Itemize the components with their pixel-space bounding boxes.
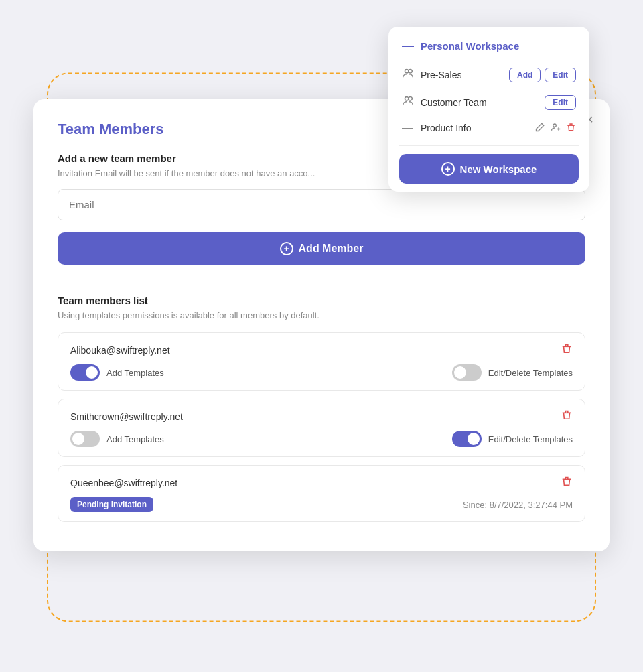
pre-sales-actions: Add Edit (509, 68, 576, 82)
since-text-2: Since: 8/7/2022, 3:27:44 PM (463, 500, 573, 510)
list-title: Team members list (58, 295, 585, 306)
workspace-item-pre-sales: Pre-Sales Add Edit (388, 61, 589, 88)
member-email-0: Alibouka@swiftreply.net (70, 345, 170, 356)
add-member-button[interactable]: + Add Member (58, 232, 585, 265)
add-templates-group-0: Add Templates (70, 364, 164, 381)
team-icon-customer-team (402, 94, 414, 110)
member-delete-button-2[interactable] (561, 475, 573, 490)
add-templates-toggle-0[interactable] (70, 364, 100, 381)
member-pending-row-2: Pending Invitation Since: 8/7/2022, 3:27… (70, 497, 573, 512)
product-info-icons (535, 122, 576, 134)
edit-delete-templates-label-0: Edit/Delete Templates (488, 368, 573, 378)
svg-point-1 (409, 70, 412, 73)
member-top-0: Alibouka@swiftreply.net (70, 342, 573, 358)
edit-delete-templates-label-1: Edit/Delete Templates (488, 434, 573, 444)
pending-badge-2: Pending Invitation (70, 497, 153, 512)
new-workspace-plus-icon: + (441, 162, 455, 176)
pre-sales-add-button[interactable]: Add (509, 68, 541, 82)
workspace-item-label-pre-sales: Pre-Sales (421, 70, 502, 80)
workspace-item-label-product-info: Product Info (421, 123, 528, 133)
product-info-dash: — (402, 122, 413, 134)
member-toggles-0: Add Templates Edit/Delete Templates (70, 364, 573, 381)
new-workspace-label: New Workspace (460, 163, 537, 175)
svg-point-0 (405, 70, 409, 73)
member-delete-button-0[interactable] (561, 342, 573, 358)
member-email-2: Queenbee@swiftreply.net (70, 478, 177, 488)
member-card-2: Queenbee@swiftreply.net Pending Invitati… (58, 465, 585, 522)
add-templates-label-0: Add Templates (106, 368, 164, 378)
add-member-button-label: Add Member (299, 243, 364, 255)
member-email-1: Smithcrown@swiftreply.net (70, 411, 183, 422)
workspace-divider (399, 145, 579, 146)
workspace-header-dash: — (402, 39, 414, 53)
product-info-delete-icon[interactable] (566, 122, 576, 134)
member-top-2: Queenbee@swiftreply.net (70, 475, 573, 490)
product-info-edit-icon[interactable] (535, 122, 545, 134)
edit-delete-templates-group-1: Edit/Delete Templates (452, 431, 573, 447)
customer-team-edit-button[interactable]: Edit (545, 95, 576, 110)
member-card-1: Smithcrown@swiftreply.net Add Templates … (58, 399, 585, 457)
edit-delete-templates-group-0: Edit/Delete Templates (452, 364, 573, 381)
edit-delete-templates-toggle-1[interactable] (452, 431, 482, 447)
svg-point-2 (405, 97, 409, 100)
svg-point-4 (553, 124, 557, 127)
pre-sales-edit-button[interactable]: Edit (545, 68, 576, 82)
add-member-plus-icon: + (280, 242, 293, 255)
member-toggles-1: Add Templates Edit/Delete Templates (70, 431, 573, 447)
add-templates-group-1: Add Templates (70, 431, 164, 447)
workspace-header-label: Personal Workspace (421, 40, 519, 52)
workspace-dropdown: — Personal Workspace Pre-Sales Add Edit (388, 27, 589, 192)
svg-point-3 (409, 97, 412, 100)
workspace-item-label-customer-team: Customer Team (421, 97, 538, 108)
section-divider (58, 281, 585, 281)
add-templates-toggle-1[interactable] (70, 431, 100, 447)
edit-delete-templates-toggle-0[interactable] (452, 364, 482, 381)
product-info-add-user-icon[interactable] (551, 122, 561, 134)
workspace-item-product-info: — Product Info (388, 116, 589, 140)
add-templates-label-1: Add Templates (106, 434, 164, 444)
customer-team-actions: Edit (545, 95, 576, 110)
new-workspace-button[interactable]: + New Workspace (399, 154, 579, 184)
workspace-item-customer-team: Customer Team Edit (388, 88, 589, 116)
member-delete-button-1[interactable] (561, 409, 573, 424)
member-card-0: Alibouka@swiftreply.net Add Templates Ed… (58, 332, 585, 391)
team-icon-pre-sales (402, 67, 414, 82)
member-top-1: Smithcrown@swiftreply.net (70, 409, 573, 424)
workspace-header: — Personal Workspace (388, 39, 589, 61)
email-input[interactable] (58, 189, 585, 220)
list-description: Using templates permissions is available… (58, 310, 585, 320)
